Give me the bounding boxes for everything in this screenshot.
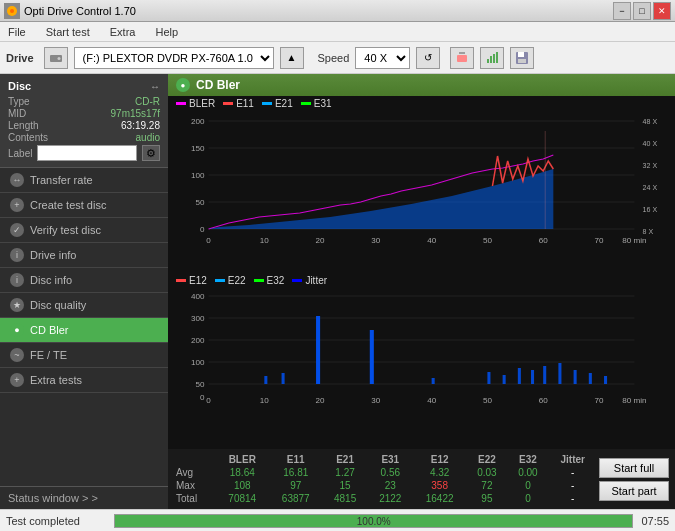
nav-create-test-disc[interactable]: + Create test disc bbox=[0, 193, 168, 218]
legend-e11: E11 bbox=[236, 98, 254, 109]
svg-rect-13 bbox=[168, 111, 675, 251]
nav-transfer-rate-label: Transfer rate bbox=[30, 174, 93, 186]
svg-rect-67 bbox=[487, 372, 490, 384]
time-display: 07:55 bbox=[641, 515, 669, 527]
disc-type-label: Type bbox=[8, 96, 30, 107]
row-avg-e32: 0.00 bbox=[507, 466, 548, 479]
nav-extra-tests[interactable]: + Extra tests bbox=[0, 368, 168, 393]
top-chart: 200 150 100 50 0 0 10 20 30 40 50 60 70 … bbox=[168, 111, 675, 251]
window-controls: − □ ✕ bbox=[613, 2, 671, 20]
progress-text: 100.0% bbox=[115, 515, 632, 528]
svg-rect-64 bbox=[264, 376, 267, 384]
nav-drive-info[interactable]: i Drive info bbox=[0, 243, 168, 268]
legend-e31: E31 bbox=[314, 98, 332, 109]
row-total-e21: 4815 bbox=[323, 492, 368, 505]
svg-rect-72 bbox=[558, 363, 561, 384]
svg-point-1 bbox=[10, 9, 14, 13]
disc-label-input[interactable] bbox=[37, 145, 137, 161]
svg-text:24 X: 24 X bbox=[643, 184, 658, 191]
maximize-button[interactable]: □ bbox=[633, 2, 651, 20]
svg-text:10: 10 bbox=[260, 236, 270, 245]
svg-text:200: 200 bbox=[191, 336, 205, 345]
svg-text:200: 200 bbox=[191, 117, 205, 126]
speed-label: Speed bbox=[318, 52, 350, 64]
svg-point-3 bbox=[57, 57, 60, 60]
legend2-e12: E12 bbox=[189, 275, 207, 286]
eject-button[interactable]: ▲ bbox=[280, 47, 304, 69]
col-header-e12: E12 bbox=[413, 453, 467, 466]
col-header-e32: E32 bbox=[507, 453, 548, 466]
table-row-max: Max 108 97 15 23 358 72 0 - bbox=[172, 479, 597, 492]
table-area: BLER E11 E21 E31 E12 E22 E32 Jitter Avg bbox=[168, 449, 675, 509]
chart-header: ● CD Bler bbox=[168, 74, 675, 96]
row-avg-bler: 18.64 bbox=[216, 466, 270, 479]
close-button[interactable]: ✕ bbox=[653, 2, 671, 20]
nav-fe-te[interactable]: ~ FE / TE bbox=[0, 343, 168, 368]
disc-label-settings[interactable]: ⚙ bbox=[142, 145, 160, 161]
svg-text:40: 40 bbox=[427, 396, 437, 405]
col-header-e22: E22 bbox=[466, 453, 507, 466]
disc-mid-value: 97m15s17f bbox=[111, 108, 160, 119]
minimize-button[interactable]: − bbox=[613, 2, 631, 20]
svg-text:0: 0 bbox=[200, 393, 205, 402]
svg-text:80 min: 80 min bbox=[622, 236, 646, 245]
status-bar: Test completed 100.0% 07:55 bbox=[0, 509, 675, 531]
legend-bler: BLER bbox=[189, 98, 215, 109]
disc-type-value: CD-R bbox=[135, 96, 160, 107]
row-avg-e12: 4.32 bbox=[413, 466, 467, 479]
menu-extra[interactable]: Extra bbox=[106, 26, 140, 38]
legend2-e22: E22 bbox=[228, 275, 246, 286]
row-max-e21: 15 bbox=[323, 479, 368, 492]
nav-cd-bler[interactable]: ● CD Bler bbox=[0, 318, 168, 343]
svg-text:50: 50 bbox=[483, 236, 493, 245]
verify-test-disc-icon: ✓ bbox=[10, 223, 24, 237]
save-button[interactable] bbox=[510, 47, 534, 69]
svg-rect-8 bbox=[493, 54, 495, 63]
row-avg-jitter: - bbox=[548, 466, 597, 479]
graph-button[interactable] bbox=[480, 47, 504, 69]
menu-start-test[interactable]: Start test bbox=[42, 26, 94, 38]
svg-text:16 X: 16 X bbox=[643, 206, 658, 213]
svg-text:10: 10 bbox=[260, 396, 270, 405]
svg-text:0: 0 bbox=[206, 236, 211, 245]
speed-select[interactable]: 40 X bbox=[355, 47, 410, 69]
nav-fe-te-label: FE / TE bbox=[30, 349, 67, 361]
nav-verify-test-disc[interactable]: ✓ Verify test disc bbox=[0, 218, 168, 243]
row-total-e31: 2122 bbox=[368, 492, 413, 505]
table-row-total: Total 70814 63877 4815 2122 16422 95 0 - bbox=[172, 492, 597, 505]
content-area: ● CD Bler BLER E11 E21 E31 bbox=[168, 74, 675, 509]
disc-arrow[interactable]: ↔ bbox=[150, 81, 160, 92]
start-part-button[interactable]: Start part bbox=[599, 481, 669, 501]
start-full-button[interactable]: Start full bbox=[599, 458, 669, 478]
svg-text:30: 30 bbox=[371, 236, 381, 245]
row-total-e32: 0 bbox=[507, 492, 548, 505]
svg-text:60: 60 bbox=[539, 396, 549, 405]
nav-verify-test-disc-label: Verify test disc bbox=[30, 224, 101, 236]
row-avg-e22: 0.03 bbox=[466, 466, 507, 479]
drive-icon-btn[interactable] bbox=[44, 47, 68, 69]
fe-te-icon: ~ bbox=[10, 348, 24, 362]
svg-text:20: 20 bbox=[316, 236, 326, 245]
svg-text:32 X: 32 X bbox=[643, 162, 658, 169]
svg-rect-4 bbox=[457, 55, 467, 62]
svg-text:100: 100 bbox=[191, 358, 205, 367]
status-window-link[interactable]: Status window > > bbox=[0, 486, 168, 509]
transfer-rate-icon: ↔ bbox=[10, 173, 24, 187]
refresh-button[interactable]: ↺ bbox=[416, 47, 440, 69]
nav-create-test-disc-label: Create test disc bbox=[30, 199, 106, 211]
nav-disc-quality[interactable]: ★ Disc quality bbox=[0, 293, 168, 318]
nav-transfer-rate[interactable]: ↔ Transfer rate bbox=[0, 168, 168, 193]
row-max-e31: 23 bbox=[368, 479, 413, 492]
drive-info-icon: i bbox=[10, 248, 24, 262]
clear-button[interactable] bbox=[450, 47, 474, 69]
menu-help[interactable]: Help bbox=[151, 26, 182, 38]
drive-select[interactable]: (F:) PLEXTOR DVDR PX-760A 1.07 bbox=[74, 47, 274, 69]
create-test-disc-icon: + bbox=[10, 198, 24, 212]
nav-disc-info[interactable]: i Disc info bbox=[0, 268, 168, 293]
row-max-bler: 108 bbox=[216, 479, 270, 492]
menu-file[interactable]: File bbox=[4, 26, 30, 38]
svg-text:300: 300 bbox=[191, 314, 205, 323]
row-max-e11: 97 bbox=[269, 479, 323, 492]
row-total-jitter: - bbox=[548, 492, 597, 505]
legend2-e32: E32 bbox=[267, 275, 285, 286]
